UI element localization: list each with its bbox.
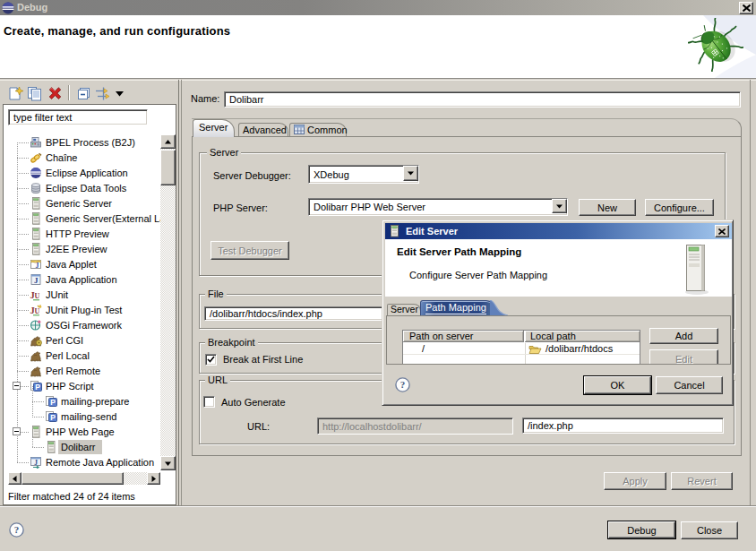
svg-text:?: ? xyxy=(14,524,20,535)
svg-text:?: ? xyxy=(400,379,406,390)
